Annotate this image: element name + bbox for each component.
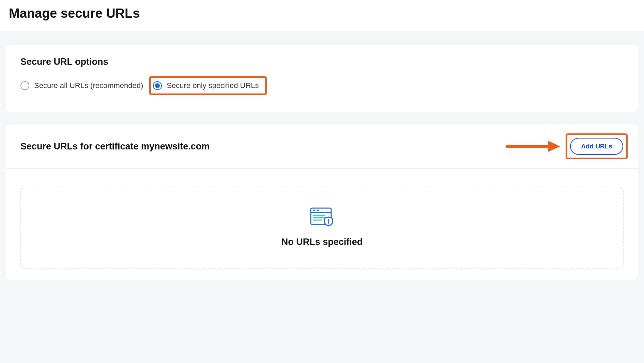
radio-secure-all-label: Secure all URLs (recommended) bbox=[34, 81, 143, 90]
secure-options-card: Secure URL options Secure all URLs (reco… bbox=[6, 45, 638, 112]
secure-urls-body: No URLs specified bbox=[6, 169, 638, 280]
radio-secure-all[interactable]: Secure all URLs (recommended) bbox=[20, 81, 143, 90]
header-right: Add URLs bbox=[506, 133, 628, 159]
svg-point-10 bbox=[328, 223, 329, 224]
page-title: Manage secure URLs bbox=[9, 6, 635, 21]
add-button-highlight-annotation: Add URLs bbox=[566, 133, 628, 159]
page-header: Manage secure URLs bbox=[0, 0, 644, 31]
radio-icon bbox=[20, 81, 29, 90]
empty-state-text: No URLs specified bbox=[281, 237, 363, 247]
options-card-title: Secure URL options bbox=[20, 57, 624, 67]
radio-secure-specified[interactable]: Secure only specified URLs bbox=[153, 81, 259, 90]
radio-group: Secure all URLs (recommended) Secure onl… bbox=[20, 76, 624, 95]
highlight-annotation: Secure only specified URLs bbox=[149, 76, 266, 95]
svg-marker-1 bbox=[548, 141, 560, 152]
secure-urls-card: Secure URLs for certificate mynewsite.co… bbox=[6, 125, 638, 280]
radio-inner-dot bbox=[155, 83, 160, 88]
empty-state: No URLs specified bbox=[20, 188, 624, 268]
main-content: Secure URL options Secure all URLs (reco… bbox=[0, 31, 644, 299]
radio-icon-selected bbox=[153, 81, 162, 90]
arrow-annotation-icon bbox=[506, 140, 560, 153]
svg-rect-4 bbox=[313, 210, 315, 211]
radio-secure-specified-label: Secure only specified URLs bbox=[167, 81, 259, 90]
cert-title: Secure URLs for certificate mynewsite.co… bbox=[20, 141, 210, 152]
svg-rect-5 bbox=[317, 210, 319, 211]
browser-shield-icon bbox=[310, 207, 334, 227]
secure-urls-header: Secure URLs for certificate mynewsite.co… bbox=[6, 125, 638, 169]
add-urls-button[interactable]: Add URLs bbox=[570, 138, 623, 155]
